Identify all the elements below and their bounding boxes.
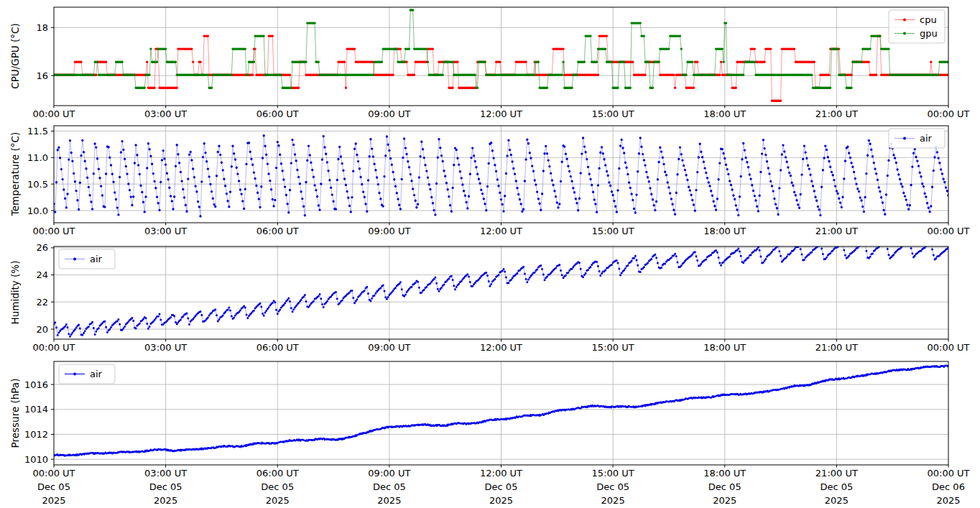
x-year-label: 2025 (936, 495, 960, 506)
y-tick-label: 11.0 (27, 152, 48, 163)
legend: air (889, 129, 945, 148)
x-tick-label: 18:00 UT (703, 226, 746, 236)
x-tick-label: 12:00 UT (480, 108, 522, 119)
axes: 101010121014101600:00 UTDec 05202503:00 … (24, 379, 970, 506)
x-date-label: Dec 05 (261, 481, 294, 492)
x-date-label: Dec 05 (37, 481, 70, 492)
legend: cpugpu (889, 10, 945, 43)
y-axis-label-temperature: Temperature (°C) (9, 132, 21, 216)
y-tick-label: 26 (36, 242, 48, 253)
x-tick-label: 00:00 UT (32, 468, 75, 479)
x-tick-label: 18:00 UT (703, 468, 746, 479)
legend: air (59, 364, 115, 384)
x-tick-label: 09:00 UT (368, 226, 410, 236)
subplot-air-3: 101010121014101600:00 UTDec 05202503:00 … (24, 361, 970, 506)
x-tick-label: 15:00 UT (592, 226, 634, 236)
legend-marker-air (73, 258, 76, 261)
x-tick-label: 03:00 UT (144, 108, 187, 119)
x-year-label: 2025 (42, 495, 65, 506)
legend-label-cpu: cpu (920, 14, 937, 25)
legend: air (59, 249, 115, 269)
y-tick-label: 10.5 (27, 179, 48, 190)
x-date-label: Dec 05 (708, 481, 741, 492)
x-tick-label: 00:00 UT (927, 468, 969, 479)
y-tick-label: 20 (36, 324, 48, 335)
x-tick-label: 06:00 UT (256, 342, 299, 353)
x-tick-label: 06:00 UT (256, 468, 299, 479)
x-tick-label: 15:00 UT (592, 108, 634, 119)
x-year-label: 2025 (154, 495, 177, 506)
x-date-label: Dec 05 (149, 481, 182, 492)
legend-marker-air (903, 137, 906, 140)
y-axis-label-cpu-gpu: CPU/GPU (°C) (9, 23, 21, 88)
x-year-label: 2025 (713, 495, 736, 506)
x-tick-label: 15:00 UT (592, 342, 634, 353)
y-tick-label: 24 (36, 269, 48, 280)
x-tick-label: 03:00 UT (144, 468, 187, 479)
legend-marker-cpu (903, 19, 906, 22)
x-tick-label: 03:00 UT (144, 342, 187, 353)
y-tick-label: 1010 (24, 454, 48, 465)
y-tick-label: 16 (36, 70, 48, 81)
x-year-label: 2025 (825, 495, 849, 506)
x-tick-label: 00:00 UT (32, 226, 75, 236)
x-tick-label: 15:00 UT (592, 468, 634, 479)
grid (54, 7, 948, 106)
x-tick-label: 21:00 UT (815, 468, 858, 479)
x-tick-label: 06:00 UT (256, 108, 299, 119)
subplot-air-2: 2022242600:00 UT03:00 UT06:00 UT09:00 UT… (32, 239, 969, 353)
x-year-label: 2025 (377, 495, 401, 506)
x-date-label: Dec 06 (932, 481, 965, 492)
y-tick-label: 10.0 (27, 205, 48, 216)
y-tick-label: 18 (36, 22, 48, 33)
x-tick-label: 09:00 UT (368, 468, 410, 479)
x-tick-label: 09:00 UT (368, 342, 410, 353)
legend-label-air: air (90, 369, 103, 379)
x-year-label: 2025 (266, 495, 290, 506)
y-tick-label: 1012 (24, 429, 48, 440)
x-date-label: Dec 05 (596, 481, 629, 492)
x-tick-label: 06:00 UT (256, 226, 299, 236)
x-tick-label: 12:00 UT (480, 342, 522, 353)
x-tick-label: 12:00 UT (480, 468, 522, 479)
x-tick-label: 00:00 UT (927, 226, 969, 236)
legend-marker-gpu (903, 32, 906, 35)
x-date-label: Dec 05 (373, 481, 406, 492)
x-tick-label: 21:00 UT (815, 108, 858, 119)
x-tick-label: 00:00 UT (927, 108, 969, 119)
x-tick-label: 21:00 UT (815, 226, 858, 236)
weather-monitor-figure: 161800:00 UT03:00 UT06:00 UT09:00 UT12:0… (0, 0, 980, 508)
x-tick-label: 18:00 UT (703, 342, 746, 353)
chart-canvas: 161800:00 UT03:00 UT06:00 UT09:00 UT12:0… (0, 0, 980, 508)
x-tick-label: 00:00 UT (927, 342, 969, 353)
y-tick-label: 11.5 (27, 126, 48, 137)
x-date-label: Dec 05 (485, 481, 518, 492)
x-tick-label: 21:00 UT (815, 342, 858, 353)
legend-label-air: air (90, 254, 103, 264)
legend-marker-air (73, 373, 76, 376)
y-tick-label: 22 (36, 297, 48, 308)
y-tick-label: 1014 (24, 404, 48, 415)
x-year-label: 2025 (489, 495, 513, 506)
y-axis-label-humidity: Humidity (%) (9, 261, 21, 325)
y-tick-label: 1016 (24, 379, 48, 390)
x-year-label: 2025 (601, 495, 625, 506)
x-tick-label: 00:00 UT (32, 342, 75, 353)
x-tick-label: 18:00 UT (703, 108, 746, 119)
x-tick-label: 00:00 UT (32, 108, 75, 119)
legend-label-air: air (920, 133, 933, 144)
x-date-label: Dec 05 (820, 481, 853, 492)
x-tick-label: 03:00 UT (144, 226, 187, 236)
x-tick-label: 12:00 UT (480, 226, 522, 236)
grid (54, 246, 948, 339)
legend-label-gpu: gpu (920, 28, 938, 39)
y-axis-label-pressure: Pressure (hPa) (9, 379, 21, 448)
subplot-cpu-0: 161800:00 UT03:00 UT06:00 UT09:00 UT12:0… (32, 7, 969, 119)
x-tick-label: 09:00 UT (368, 108, 410, 119)
subplot-air-1: 10.010.511.011.500:00 UT03:00 UT06:00 UT… (27, 126, 970, 236)
